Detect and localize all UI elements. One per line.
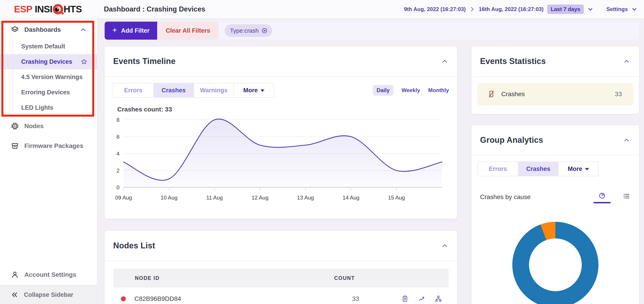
- range-start-date[interactable]: 9th Aug, 2022 (16:27:03): [404, 6, 466, 12]
- crashes-by-cause-donut: [512, 222, 598, 304]
- tab-more[interactable]: More: [558, 162, 598, 176]
- tab-crashes[interactable]: Crashes: [518, 162, 558, 176]
- granularity-monthly[interactable]: Monthly: [428, 87, 449, 93]
- group-analytics-panel: Group Analytics Errors Crashes More: [472, 125, 639, 304]
- remove-filter-icon[interactable]: [261, 27, 268, 34]
- collapse-sidebar-button[interactable]: Collapse Sidebar: [0, 285, 97, 304]
- node-id-value: C82B96B9DD84: [134, 295, 339, 303]
- svg-text:0: 0: [116, 184, 120, 190]
- tab-more-label: More: [243, 87, 258, 94]
- panel-title: Events Timeline: [113, 56, 176, 66]
- granularity-daily[interactable]: Daily: [373, 85, 393, 96]
- sidebar-item-label: 4.5 Version Warnings: [21, 74, 82, 81]
- column-header-node-id: NODE ID: [113, 275, 334, 281]
- sidebar-item-erroring-devices[interactable]: Erroring Devices: [0, 85, 97, 100]
- collapse-panel-icon[interactable]: [441, 57, 448, 65]
- svg-text:10 Aug: 10 Aug: [160, 195, 178, 201]
- granularity-switch: Daily Weekly Monthly: [373, 85, 449, 96]
- sidebar-item-firmware-packages[interactable]: Firmware Packages: [0, 139, 97, 153]
- sidebar-item-dashboards[interactable]: Dashboards: [0, 22, 97, 37]
- sidebar-item-system-default[interactable]: System Default: [0, 39, 97, 54]
- column-header-count: COUNT: [334, 275, 355, 281]
- tab-errors[interactable]: Errors: [113, 83, 153, 97]
- chevron-right-icon: [469, 6, 475, 12]
- collapse-sidebar-label: Collapse Sidebar: [24, 291, 73, 298]
- filter-bar: + Add Filter Clear All Filters Type:cras…: [105, 22, 639, 40]
- sitemap-icon[interactable]: [434, 295, 442, 303]
- events-timeline-panel: Events Timeline Errors Crashes Warnings: [105, 46, 457, 219]
- collapse-panel-icon[interactable]: [623, 57, 630, 65]
- tab-warnings[interactable]: Warnings: [194, 83, 234, 97]
- settings-chevron-down-icon[interactable]: [631, 6, 637, 12]
- add-filter-label: Add Filter: [121, 27, 150, 34]
- page-title: Dashboard : Crashing Devices: [104, 5, 206, 13]
- sidebar-item-account-settings[interactable]: Account Settings: [0, 268, 97, 282]
- eye-icon: [53, 4, 63, 14]
- tab-crashes[interactable]: Crashes: [153, 83, 194, 97]
- top-bar: ESP INSI HTS Dashboard : Crashing Device…: [0, 0, 644, 19]
- panel-title: Group Analytics: [480, 135, 543, 145]
- events-statistics-panel: Events Statistics Crashes 3: [472, 46, 639, 114]
- svg-text:6: 6: [116, 134, 120, 140]
- svg-text:09 Aug: 09 Aug: [115, 195, 132, 201]
- logo-text-insi: INSI: [35, 4, 52, 15]
- sidebar-item-nodes[interactable]: Nodes: [0, 119, 97, 133]
- sidebar-item-crashing-devices[interactable]: Crashing Devices: [0, 54, 97, 69]
- sidebar-item-label: LED Lights: [21, 104, 54, 111]
- active-filter-chip[interactable]: Type:crash: [224, 24, 272, 37]
- logo-text-esp: ESP: [14, 4, 32, 15]
- dashboards-submenu: System Default Crashing Devices 4.5 Vers…: [0, 39, 97, 115]
- caret-down-icon: [260, 89, 264, 92]
- range-chevron-down-icon[interactable]: [588, 6, 593, 12]
- range-end-date[interactable]: 16th Aug, 2022 (16:27:03): [479, 6, 544, 12]
- filter-chip-label: Type:crash: [230, 27, 259, 34]
- sidebar-item-label: Account Settings: [24, 271, 76, 278]
- settings-menu[interactable]: Settings: [606, 6, 628, 12]
- panel-title: Nodes List: [113, 241, 155, 250]
- trend-chart-icon[interactable]: [418, 295, 426, 303]
- tab-more[interactable]: More: [234, 83, 274, 97]
- sidebar-item-label: Crashing Devices: [21, 58, 72, 65]
- chevron-up-icon[interactable]: [80, 26, 86, 33]
- svg-text:12 Aug: 12 Aug: [252, 195, 268, 201]
- svg-text:14 Aug: 14 Aug: [342, 195, 360, 201]
- panel-title: Events Statistics: [480, 56, 546, 66]
- svg-text:8: 8: [116, 117, 120, 123]
- star-icon[interactable]: [81, 58, 88, 65]
- sidebar-item-45-version-warnings[interactable]: 4.5 Version Warnings: [0, 69, 97, 85]
- granularity-weekly[interactable]: Weekly: [402, 87, 420, 93]
- tab-errors[interactable]: Errors: [478, 162, 518, 176]
- nodes-table-header: NODE ID COUNT: [113, 269, 448, 288]
- svg-text:4: 4: [116, 151, 120, 157]
- tab-more-label: More: [568, 165, 582, 172]
- stat-value: 33: [615, 91, 622, 98]
- list-view-icon[interactable]: [622, 192, 630, 200]
- stat-label: Crashes: [501, 91, 525, 98]
- main-content: + Add Filter Clear All Filters Type:cras…: [98, 19, 644, 304]
- package-box-icon: [11, 142, 19, 150]
- sidebar-item-label: Erroring Devices: [21, 89, 70, 96]
- pie-chart-view-icon[interactable]: [595, 192, 609, 203]
- events-timeline-header: Events Timeline: [105, 46, 457, 77]
- nodes-list-panel: Nodes List NODE ID COUNT: [105, 231, 457, 304]
- nodes-list-header: Nodes List: [105, 231, 457, 261]
- add-filter-button[interactable]: + Add Filter: [105, 22, 157, 40]
- sidebar-item-label: Nodes: [24, 123, 44, 130]
- clear-all-filters-button[interactable]: Clear All Filters: [157, 22, 219, 40]
- collapse-panel-icon[interactable]: [441, 242, 448, 250]
- sidebar-item-led-lights[interactable]: LED Lights: [0, 100, 97, 115]
- person-icon: [11, 271, 19, 279]
- report-icon[interactable]: [401, 295, 409, 303]
- esp-insights-logo: ESP INSI HTS: [14, 4, 82, 15]
- collapse-panel-icon[interactable]: [623, 136, 630, 144]
- crashes-by-cause-row: Crashes by cause: [477, 192, 633, 206]
- date-range-controls: 9th Aug, 2022 (16:27:03) 16th Aug, 2022 …: [404, 4, 637, 14]
- double-chevron-left-icon: [11, 291, 18, 298]
- svg-text:13 Aug: 13 Aug: [297, 195, 314, 201]
- logo-text-hts: HTS: [64, 4, 82, 15]
- caret-down-icon: [585, 168, 589, 170]
- node-count-value: 33: [339, 295, 372, 303]
- range-preset-badge[interactable]: Last 7 days: [547, 4, 584, 14]
- table-row: C82B96B9DD84 33: [113, 288, 448, 304]
- sidebar-item-label: System Default: [21, 43, 65, 50]
